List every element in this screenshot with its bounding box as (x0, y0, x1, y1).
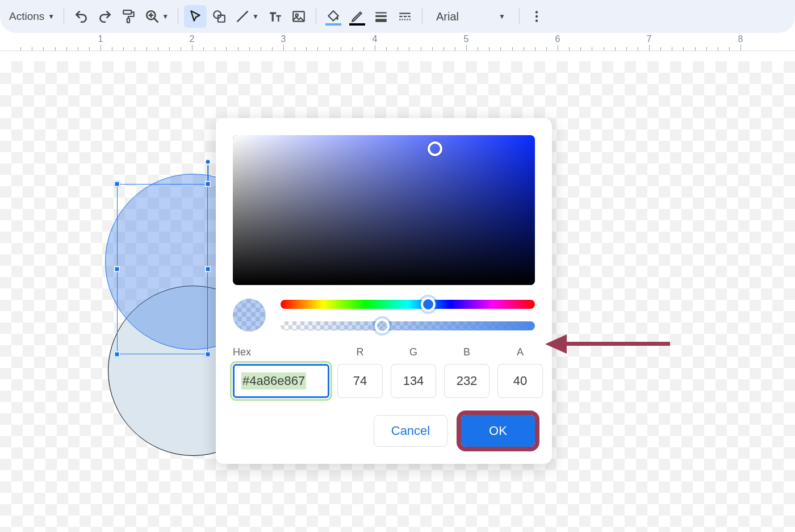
hex-input[interactable]: #4a86e867 (233, 364, 329, 398)
ruler-tick (569, 47, 570, 51)
redo-button[interactable] (94, 5, 116, 28)
ruler-tick (181, 47, 181, 51)
ruler-number: 3 (281, 34, 286, 44)
selection-handle[interactable] (205, 266, 211, 273)
ruler-tick (295, 47, 295, 51)
alpha-thumb[interactable] (375, 319, 390, 333)
ruler-tick (489, 47, 489, 51)
ruler-tick (615, 47, 616, 51)
ruler-tick (660, 47, 661, 51)
redo-icon (98, 9, 112, 24)
ruler-tick (112, 47, 112, 51)
annotation-arrow (545, 338, 670, 349)
line-weight-icon (374, 9, 388, 24)
fill-bucket-icon (326, 9, 341, 24)
border-color-button[interactable] (346, 5, 369, 28)
undo-icon (74, 9, 89, 24)
ruler-tick (558, 45, 558, 51)
paint-format-button[interactable] (118, 5, 140, 28)
ruler-tick (535, 47, 535, 51)
border-weight-button[interactable] (370, 5, 392, 28)
ruler-number: 2 (190, 34, 195, 44)
g-label: G (391, 346, 436, 358)
ruler-tick (55, 47, 56, 51)
actions-menu[interactable]: Actions ▼ (6, 5, 58, 28)
shape-tool[interactable] (208, 5, 231, 28)
ruler-tick (272, 47, 273, 51)
hue-slider[interactable] (281, 300, 535, 309)
ruler-tick (43, 47, 44, 51)
alpha-slider[interactable] (281, 321, 535, 330)
a-input[interactable]: 40 (497, 364, 543, 398)
selection-box[interactable] (117, 184, 208, 354)
svg-rect-19 (402, 19, 403, 20)
svg-rect-11 (375, 12, 387, 13)
ruler-tick (409, 47, 409, 51)
ruler-tick (352, 47, 353, 51)
chevron-down-icon: ▼ (252, 12, 259, 20)
ruler-tick (101, 45, 101, 51)
saturation-value-panel[interactable] (233, 135, 535, 285)
svg-rect-12 (375, 15, 387, 17)
ruler-tick (169, 47, 170, 51)
ruler-tick (672, 47, 672, 51)
cancel-button[interactable]: Cancel (374, 415, 447, 447)
svg-rect-21 (407, 19, 408, 20)
selection-handle[interactable] (205, 181, 211, 187)
image-tool[interactable] (287, 5, 310, 28)
ruler-tick (203, 47, 204, 51)
sv-thumb[interactable] (428, 141, 442, 156)
zoom-button[interactable]: ▼ (141, 5, 172, 28)
ruler-tick (306, 47, 307, 51)
zoom-icon (145, 9, 160, 24)
ruler-tick (421, 47, 421, 51)
selection-handle[interactable] (114, 266, 120, 273)
ruler-tick (363, 47, 364, 51)
selection-handle[interactable] (114, 181, 120, 187)
hex-value: #4a86e867 (241, 372, 306, 389)
svg-line-8 (237, 11, 247, 21)
ruler-tick (500, 47, 501, 51)
color-preview (233, 299, 266, 332)
g-input[interactable]: 134 (391, 364, 436, 398)
ruler-number: 8 (738, 34, 743, 44)
ok-button[interactable]: OK (461, 415, 535, 447)
ruler-tick (66, 47, 67, 51)
drawing-canvas[interactable]: Hex R G B A #4a86e867 74 134 232 40 Canc… (0, 61, 795, 532)
border-dash-button[interactable] (394, 5, 416, 28)
ruler-tick (398, 47, 398, 51)
svg-point-23 (535, 11, 538, 13)
toolbar-separator (64, 9, 64, 24)
ruler-tick (283, 45, 284, 51)
svg-rect-0 (123, 10, 131, 14)
hex-label: Hex (233, 346, 329, 358)
ruler-tick (740, 45, 741, 51)
selection-handle[interactable] (114, 351, 120, 358)
textbox-tool[interactable] (263, 5, 286, 28)
ruler-tick (638, 47, 638, 51)
ruler-tick (341, 47, 341, 51)
horizontal-ruler: 12345678 (0, 33, 795, 51)
ruler-tick (386, 47, 387, 51)
line-tool[interactable]: ▼ (232, 5, 262, 28)
selection-handle[interactable] (205, 351, 211, 358)
svg-rect-20 (404, 19, 405, 20)
svg-rect-1 (127, 18, 129, 23)
undo-button[interactable] (70, 5, 93, 28)
font-family-select[interactable]: Arial ▼ (428, 5, 513, 28)
selection-rotation-handle[interactable] (205, 159, 211, 165)
ruler-tick (317, 47, 318, 51)
select-tool[interactable] (184, 5, 207, 28)
b-input[interactable]: 232 (444, 364, 489, 398)
ruler-number: 5 (464, 34, 469, 44)
ruler-tick (20, 47, 21, 51)
ruler-tick (432, 47, 433, 51)
fill-color-button[interactable] (322, 5, 345, 28)
more-vertical-icon (529, 9, 544, 24)
hue-thumb[interactable] (421, 297, 436, 312)
svg-rect-17 (408, 16, 410, 17)
r-input[interactable]: 74 (337, 364, 383, 398)
font-family-label: Arial (436, 10, 459, 23)
svg-rect-16 (404, 16, 407, 17)
more-options-button[interactable] (525, 5, 548, 28)
